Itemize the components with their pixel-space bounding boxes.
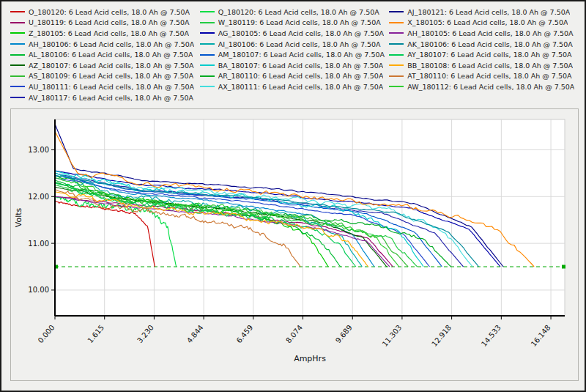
series-color-swatch <box>10 86 25 87</box>
x-tick-label: 4.844 <box>185 324 205 345</box>
legend-item: AJ_180121: 6 Lead Acid cells, 18.0 Ah @ … <box>389 7 579 18</box>
legend-item-label: AW_180112: 6 Lead Acid cells, 18.0 Ah @ … <box>407 83 574 91</box>
legend-item: AT_180110: 6 Lead Acid cells, 18.0 Ah @ … <box>389 71 579 82</box>
legend-column-1: O_180120: 6 Lead Acid cells, 18.0 Ah @ 7… <box>10 7 200 103</box>
legend-item-label: AV_180117: 6 Lead Acid cells, 18.0 Ah @ … <box>29 94 193 102</box>
legend-item-label: BB_180108: 6 Lead Acid cells, 18.0 Ah @ … <box>407 62 573 70</box>
legend-item-label: AX_180111: 6 Lead Acid cells, 18.0 Ah @ … <box>218 83 384 91</box>
series-color-swatch <box>389 54 404 56</box>
legend-item: BA_180107: 6 Lead Acid cells, 18.0 Ah @ … <box>200 60 390 71</box>
y-axis-title: Volts <box>14 208 23 228</box>
legend-item: AR_180110: 6 Lead Acid cells, 18.0 Ah @ … <box>200 71 390 82</box>
legend-item-label: AZ_180107: 6 Lead Acid cells, 18.0 Ah @ … <box>29 62 194 70</box>
series-color-swatch <box>389 32 404 34</box>
series-color-swatch <box>10 75 25 77</box>
legend-item-label: AY_180107: 6 Lead Acid cells, 18.0 Ah @ … <box>407 51 571 59</box>
series-color-swatch <box>10 22 25 23</box>
series-color-swatch <box>200 75 215 77</box>
series-color-swatch <box>200 86 215 87</box>
series-color-swatch <box>200 22 215 23</box>
y-tick-label: 13.00 <box>28 146 49 154</box>
series-color-swatch <box>389 86 404 87</box>
series-color-swatch <box>200 43 215 45</box>
legend-item: O_180120: 6 Lead Acid cells, 18.0 Ah @ 7… <box>10 7 200 18</box>
x-tick-label: 6.459 <box>235 324 255 345</box>
legend-item-label: U_180119: 6 Lead Acid cells, 18.0 Ah @ 7… <box>29 18 190 26</box>
legend-item: AM_180107: 6 Lead Acid cells, 18.0 Ah @ … <box>200 49 390 60</box>
legend-item: AS_180109: 6 Lead Acid cells, 18.0 Ah @ … <box>10 71 200 82</box>
chart-panel: 0.0001.6153.2304.8446.4598.0749.68911.30… <box>10 108 579 381</box>
cutoff-line-end-marker <box>562 265 565 269</box>
series-color-swatch <box>200 54 215 56</box>
y-tick-label: 10.00 <box>28 286 49 295</box>
legend-item-label: X_180105: 6 Lead Acid cells, 18.0 Ah @ 7… <box>407 18 568 26</box>
legend-item-label: AT_180110: 6 Lead Acid cells, 18.0 Ah @ … <box>407 72 571 80</box>
x-tick-label: 8.074 <box>284 324 304 345</box>
legend-item: Q_180120: 6 Lead Acid cells, 18.0 Ah @ 7… <box>200 7 390 18</box>
y-tick-label: 11.00 <box>28 240 49 248</box>
legend-item: X_180105: 6 Lead Acid cells, 18.0 Ah @ 7… <box>389 18 579 29</box>
legend-item-label: AJ_180121: 6 Lead Acid cells, 18.0 Ah @ … <box>407 8 570 16</box>
legend-item-label: AL_180106: 6 Lead Acid cells, 18.0 Ah @ … <box>29 51 193 59</box>
legend-item: AI_180106: 6 Lead Acid cells, 18.0 Ah @ … <box>200 39 390 50</box>
series-color-swatch <box>389 75 404 77</box>
series-color-swatch <box>389 43 404 45</box>
legend-item-label: O_180120: 6 Lead Acid cells, 18.0 Ah @ 7… <box>29 8 190 16</box>
series-color-swatch <box>10 43 25 45</box>
series-color-swatch <box>10 32 25 34</box>
legend-item-label: W_180119: 6 Lead Acid cells, 18.0 Ah @ 7… <box>218 18 381 26</box>
legend-item-label: AI_180106: 6 Lead Acid cells, 18.0 Ah @ … <box>218 40 381 48</box>
legend-item: AY_180107: 6 Lead Acid cells, 18.0 Ah @ … <box>389 49 579 60</box>
series-color-swatch <box>389 22 404 23</box>
series-color-swatch <box>389 64 404 66</box>
series-color-swatch <box>10 11 25 12</box>
chart-legend: O_180120: 6 Lead Acid cells, 18.0 Ah @ 7… <box>1 1 585 104</box>
legend-item-label: AG_180105: 6 Lead Acid cells, 18.0 Ah @ … <box>218 29 384 37</box>
series-color-swatch <box>200 11 215 12</box>
legend-item-label: AU_180111: 6 Lead Acid cells, 18.0 Ah @ … <box>29 83 194 91</box>
legend-column-2: Q_180120: 6 Lead Acid cells, 18.0 Ah @ 7… <box>200 7 390 103</box>
legend-item-label: AS_180109: 6 Lead Acid cells, 18.0 Ah @ … <box>29 72 193 80</box>
legend-item: AK_180106: 6 Lead Acid cells, 18.0 Ah @ … <box>389 39 579 50</box>
legend-item-label: AH_180105: 6 Lead Acid cells, 18.0 Ah @ … <box>407 29 573 37</box>
x-tick-label: 16.148 <box>530 324 552 349</box>
legend-item: BB_180108: 6 Lead Acid cells, 18.0 Ah @ … <box>389 60 579 71</box>
legend-item: Z_180105: 6 Lead Acid cells, 18.0 Ah @ 7… <box>10 28 200 39</box>
x-tick-label: 14.533 <box>480 324 502 349</box>
series-color-swatch <box>389 11 404 12</box>
legend-item-label: AH_180106: 6 Lead Acid cells, 18.0 Ah @ … <box>29 40 194 48</box>
legend-item: AL_180106: 6 Lead Acid cells, 18.0 Ah @ … <box>10 49 200 60</box>
x-tick-label: 0.000 <box>37 324 56 345</box>
legend-item-label: AK_180106: 6 Lead Acid cells, 18.0 Ah @ … <box>407 40 572 48</box>
legend-item: U_180119: 6 Lead Acid cells, 18.0 Ah @ 7… <box>10 18 200 29</box>
legend-item: AG_180105: 6 Lead Acid cells, 18.0 Ah @ … <box>200 28 390 39</box>
legend-item: W_180119: 6 Lead Acid cells, 18.0 Ah @ 7… <box>200 18 390 29</box>
series-color-swatch <box>10 97 25 98</box>
series-color-swatch <box>10 54 25 56</box>
legend-item: AU_180111: 6 Lead Acid cells, 18.0 Ah @ … <box>10 81 200 92</box>
legend-item: AX_180111: 6 Lead Acid cells, 18.0 Ah @ … <box>200 81 390 92</box>
legend-item-label: AM_180107: 6 Lead Acid cells, 18.0 Ah @ … <box>218 51 385 59</box>
legend-item: AH_180105: 6 Lead Acid cells, 18.0 Ah @ … <box>389 28 579 39</box>
legend-item: AV_180117: 6 Lead Acid cells, 18.0 Ah @ … <box>10 92 200 103</box>
x-tick-label: 1.615 <box>86 324 105 345</box>
x-axis-title: AmpHrs <box>294 354 326 363</box>
y-tick-label: 12.00 <box>28 193 49 201</box>
legend-item: AH_180106: 6 Lead Acid cells, 18.0 Ah @ … <box>10 39 200 50</box>
series-color-swatch <box>10 64 25 66</box>
x-tick-label: 12.918 <box>430 324 453 349</box>
x-tick-label: 3.230 <box>136 324 155 345</box>
series-color-swatch <box>200 32 215 34</box>
series-color-swatch <box>200 64 215 66</box>
legend-item-label: Z_180105: 6 Lead Acid cells, 18.0 Ah @ 7… <box>29 29 189 37</box>
legend-column-3: AJ_180121: 6 Lead Acid cells, 18.0 Ah @ … <box>389 7 579 103</box>
legend-item-label: BA_180107: 6 Lead Acid cells, 18.0 Ah @ … <box>218 62 384 70</box>
legend-item-label: AR_180110: 6 Lead Acid cells, 18.0 Ah @ … <box>218 72 384 80</box>
legend-item-label: Q_180120: 6 Lead Acid cells, 18.0 Ah @ 7… <box>218 8 379 16</box>
x-tick-label: 9.689 <box>334 324 354 345</box>
x-tick-label: 11.303 <box>381 324 404 349</box>
legend-item: AZ_180107: 6 Lead Acid cells, 18.0 Ah @ … <box>10 60 200 71</box>
discharge-chart: 0.0001.6153.2304.8446.4598.0749.68911.30… <box>11 109 578 379</box>
legend-item: AW_180112: 6 Lead Acid cells, 18.0 Ah @ … <box>389 81 579 92</box>
